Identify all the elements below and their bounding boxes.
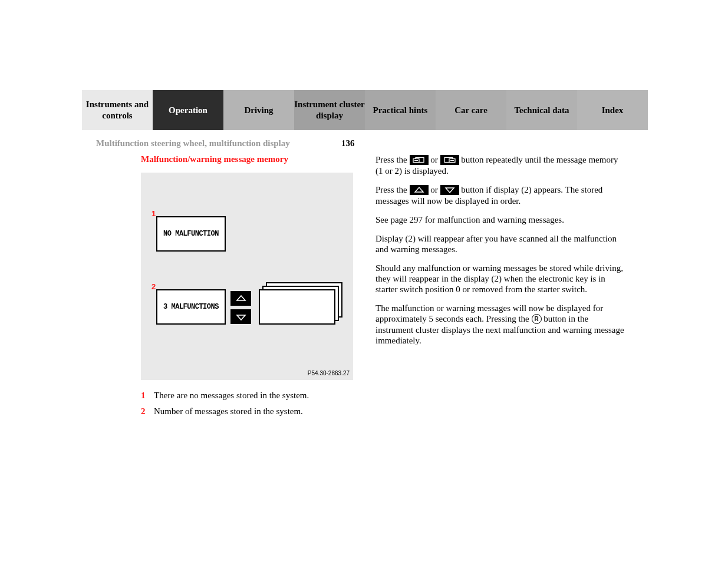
arrow-down-button-icon xyxy=(440,185,459,195)
tab-driving[interactable]: Driving xyxy=(223,90,294,130)
paragraph-5: Should any malfunction or warning messag… xyxy=(375,263,624,295)
svg-rect-10 xyxy=(410,185,429,195)
text: Press the xyxy=(375,155,410,164)
legend-row: 1 There are no messages stored in the sy… xyxy=(141,391,365,401)
tab-technical-data[interactable]: Technical data xyxy=(506,90,577,130)
svg-marker-1 xyxy=(237,315,245,320)
legend-text-1: There are no messages stored in the syst… xyxy=(154,391,309,401)
breadcrumb: Multifunction steering wheel, multifunct… xyxy=(82,138,648,148)
text: Press the xyxy=(375,185,410,194)
paragraph-4: Display (2) will reappear after you have… xyxy=(375,233,624,254)
left-column: Malfunction/warning message memory 1 NO … xyxy=(82,154,365,422)
arrow-up-button-icon xyxy=(410,185,429,195)
page-left-button-icon xyxy=(410,155,429,165)
text: or xyxy=(430,155,440,164)
paragraph-1: Press the or button repeatedly until the… xyxy=(375,154,624,176)
legend-num-1: 1 xyxy=(141,391,154,401)
content-columns: Malfunction/warning message memory 1 NO … xyxy=(82,154,648,422)
illustration-code: P54.30-2863.27 xyxy=(308,370,350,376)
arrow-up-icon xyxy=(230,291,251,306)
display-box-no-malfunction: NO MALFUNCTION xyxy=(156,216,226,252)
tab-practical-hints[interactable]: Practical hints xyxy=(365,90,436,130)
right-column: Press the or button repeatedly until the… xyxy=(365,154,648,422)
tab-index[interactable]: Index xyxy=(577,90,648,130)
tab-car-care[interactable]: Car care xyxy=(436,90,506,130)
legend-text-2: Number of messages stored in the system. xyxy=(154,406,303,416)
svg-rect-12 xyxy=(440,185,459,195)
legend-row: 2 Number of messages stored in the syste… xyxy=(141,406,365,416)
illustration: 1 NO MALFUNCTION 2 3 MALFUNCTIONS P54.30… xyxy=(141,173,353,380)
paragraph-2: Press the or button if display (2) appea… xyxy=(375,184,624,206)
paragraph-3: See page 297 for malfunction and warning… xyxy=(375,214,624,225)
tab-bar: Instruments and controls Operation Drivi… xyxy=(82,90,648,130)
paragraph-6: The malfunction or warning messages will… xyxy=(375,303,624,346)
callout-1: 1 xyxy=(151,209,156,218)
tab-operation[interactable]: Operation xyxy=(153,90,223,130)
section-title: Malfunction/warning message memory xyxy=(141,154,365,164)
page-right-button-icon xyxy=(440,155,459,165)
svg-marker-0 xyxy=(237,296,245,300)
legend-num-2: 2 xyxy=(141,406,154,416)
breadcrumb-title: Multifunction steering wheel, multifunct… xyxy=(82,138,341,148)
legend: 1 There are no messages stored in the sy… xyxy=(141,391,365,416)
display-box-3-malfunctions: 3 MALFUNCTIONS xyxy=(156,289,226,325)
message-stack-card xyxy=(259,289,335,325)
tab-instruments-and-controls[interactable]: Instruments and controls xyxy=(82,90,153,130)
arrow-down-icon xyxy=(230,309,251,324)
reset-button-icon: R xyxy=(532,314,542,324)
callout-2: 2 xyxy=(151,282,156,291)
tab-instrument-cluster-display[interactable]: Instrument cluster display xyxy=(294,90,365,130)
manual-page: Instruments and controls Operation Drivi… xyxy=(82,90,648,422)
page-number: 136 xyxy=(341,138,355,148)
text: or xyxy=(430,185,440,194)
